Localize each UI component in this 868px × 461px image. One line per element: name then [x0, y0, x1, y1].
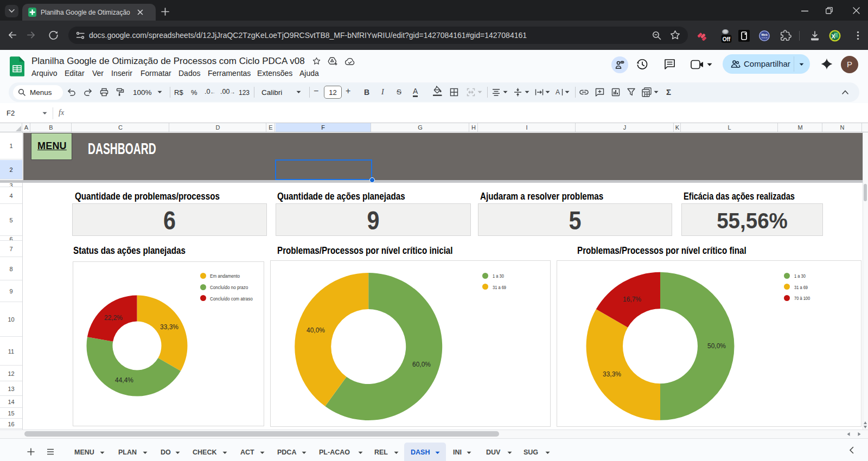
- svg-text:VOICE: VOICE: [761, 37, 768, 39]
- svg-text:X: X: [831, 33, 835, 40]
- svg-text:A: A: [556, 88, 560, 96]
- svg-text:Web: Web: [761, 33, 768, 36]
- svg-text:Off: Off: [723, 36, 731, 42]
